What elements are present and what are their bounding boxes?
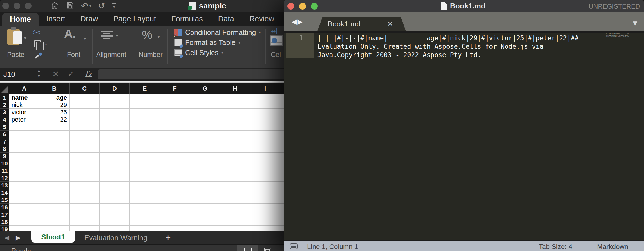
home-icon[interactable] <box>50 1 59 11</box>
row-header-18[interactable]: 18 <box>0 218 9 226</box>
row-header-6[interactable]: 6 <box>0 131 9 138</box>
cell-B9[interactable] <box>39 153 70 160</box>
cell-B8[interactable] <box>39 145 70 153</box>
cell-B15[interactable] <box>39 196 70 204</box>
cell-B2[interactable]: 29 <box>39 101 70 109</box>
cell-E6[interactable] <box>130 131 160 138</box>
row-header-7[interactable]: 7 <box>0 138 9 145</box>
cell-H6[interactable] <box>220 131 250 138</box>
cell-H13[interactable] <box>220 182 250 189</box>
cell-F8[interactable] <box>160 145 190 153</box>
cell-A3[interactable]: victor <box>9 109 39 116</box>
cell-F15[interactable] <box>160 196 190 204</box>
cell-F4[interactable] <box>160 116 190 123</box>
zoom-button[interactable] <box>25 3 32 9</box>
cell-D18[interactable] <box>100 218 130 226</box>
cell-A9[interactable] <box>9 153 39 160</box>
font-group-icon[interactable]: A. <box>64 27 76 41</box>
column-header-C[interactable]: C <box>70 83 100 94</box>
sheet-next-icon[interactable]: ▶ <box>16 231 21 244</box>
tab-next-icon[interactable]: ▶ <box>297 18 302 26</box>
cell-A8[interactable] <box>9 145 39 153</box>
cell-B3[interactable]: 25 <box>39 109 70 116</box>
chevron-down-icon[interactable]: ▾ <box>24 36 26 40</box>
ribbon-tab-insert[interactable]: Insert <box>39 12 73 26</box>
cell-H17[interactable] <box>220 211 250 218</box>
cell-A16[interactable] <box>9 204 39 211</box>
format-painter-icon[interactable] <box>33 50 44 61</box>
cell-D13[interactable] <box>100 182 130 189</box>
cell-G16[interactable] <box>190 204 220 211</box>
code-line-3[interactable]: Java.Copyright 2003 - 2022 Aspose Pty Lt… <box>317 51 579 59</box>
row-header-9[interactable]: 9 <box>0 153 9 160</box>
cell-E14[interactable] <box>130 189 160 196</box>
cell-C6[interactable] <box>70 131 100 138</box>
cell-G11[interactable] <box>190 167 220 174</box>
cell-D8[interactable] <box>100 145 130 153</box>
cell-A11[interactable] <box>9 167 39 174</box>
column-header-I[interactable]: I <box>250 83 280 94</box>
editor[interactable]: 1 | | |#|-|-|#|name| age|#|nick|29|#|vic… <box>284 33 644 240</box>
tab-size-label[interactable]: Tab Size: 4 <box>539 243 572 251</box>
cell-H9[interactable] <box>220 153 250 160</box>
cell-D15[interactable] <box>100 196 130 204</box>
paste-icon[interactable] <box>7 29 20 45</box>
number-group-label[interactable]: Number <box>138 51 163 59</box>
alignment-group-icon[interactable] <box>101 31 113 39</box>
cell-H11[interactable] <box>220 167 250 174</box>
ribbon-tab-formulas[interactable]: Formulas <box>164 12 211 26</box>
row-header-15[interactable]: 15 <box>0 196 9 204</box>
cell-F2[interactable] <box>160 101 190 109</box>
cell-B6[interactable] <box>39 131 70 138</box>
cell-A18[interactable] <box>9 218 39 226</box>
cell-A6[interactable] <box>9 131 39 138</box>
cell-I6[interactable] <box>250 131 280 138</box>
cell-C16[interactable] <box>70 204 100 211</box>
cell-F6[interactable] <box>160 131 190 138</box>
page-layout-view-button[interactable] <box>264 248 271 251</box>
cell-D3[interactable] <box>100 109 130 116</box>
cell-G12[interactable] <box>190 174 220 182</box>
cell-H1[interactable] <box>220 94 250 101</box>
font-group-label[interactable]: Font <box>62 51 85 59</box>
cell-F13[interactable] <box>160 182 190 189</box>
cell-C7[interactable] <box>70 138 100 145</box>
cell-E18[interactable] <box>130 218 160 226</box>
cell-I14[interactable] <box>250 189 280 196</box>
cell-C1[interactable] <box>70 94 100 101</box>
ribbon-tab-review[interactable]: Review <box>242 12 282 26</box>
cell-G5[interactable] <box>190 123 220 131</box>
cell-B10[interactable] <box>39 160 70 167</box>
zoom-button[interactable] <box>311 3 318 10</box>
column-header-F[interactable]: F <box>160 83 190 94</box>
cell-A2[interactable]: nick <box>9 101 39 109</box>
cell-E11[interactable] <box>130 167 160 174</box>
cell-G10[interactable] <box>190 160 220 167</box>
cell-H14[interactable] <box>220 189 250 196</box>
cell-C5[interactable] <box>70 123 100 131</box>
code-line-2[interactable]: Evaluation Only. Created with Aspose.Cel… <box>317 42 579 51</box>
cell-I1[interactable] <box>250 94 280 101</box>
cell-H10[interactable] <box>220 160 250 167</box>
cut-icon[interactable]: ✂ <box>33 28 40 37</box>
sheet-prev-icon[interactable]: ◀ <box>5 231 9 244</box>
redo-icon[interactable]: ↺ <box>98 2 105 10</box>
enter-icon[interactable]: ✓ <box>68 68 74 81</box>
row-header-11[interactable]: 11 <box>0 167 9 174</box>
minimize-button[interactable] <box>299 3 306 10</box>
cell-I2[interactable] <box>250 101 280 109</box>
undo-button[interactable]: ↶ ▾ <box>81 2 91 10</box>
cell-C17[interactable] <box>70 211 100 218</box>
cell-E9[interactable] <box>130 153 160 160</box>
cell-A14[interactable] <box>9 189 39 196</box>
cell-D14[interactable] <box>100 189 130 196</box>
close-button[interactable] <box>287 3 294 10</box>
cell-F9[interactable] <box>160 153 190 160</box>
cell-A13[interactable] <box>9 182 39 189</box>
row-header-13[interactable]: 13 <box>0 182 9 189</box>
row-header-4[interactable]: 4 <box>0 116 9 123</box>
syntax-label[interactable]: Markdown <box>597 243 628 251</box>
cell-B1[interactable]: age <box>39 94 70 101</box>
row-header-10[interactable]: 10 <box>0 160 9 167</box>
cell-A17[interactable] <box>9 211 39 218</box>
